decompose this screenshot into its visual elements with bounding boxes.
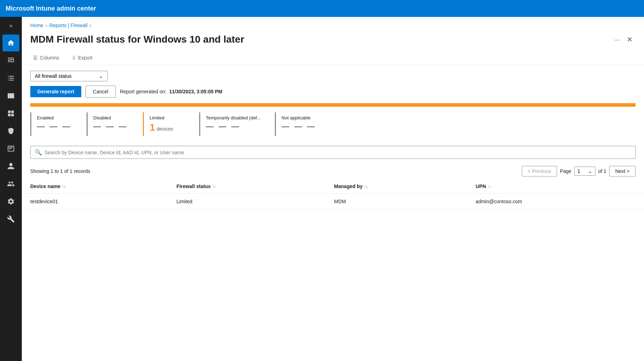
- dropdown-label: All firewall status: [35, 73, 71, 79]
- search-icon: 🔍: [35, 149, 42, 156]
- stat-not-applicable: Not applicable — — —: [275, 112, 331, 136]
- top-bar: Microsoft Intune admin center: [0, 0, 644, 17]
- search-section: 🔍: [22, 142, 644, 163]
- export-label: Export: [78, 55, 92, 61]
- sidebar-item-list[interactable]: [2, 70, 19, 87]
- sidebar-item-groups[interactable]: [2, 175, 19, 192]
- sidebar-item-troubleshoot[interactable]: [2, 211, 19, 228]
- columns-label: Columns: [40, 55, 59, 61]
- stat-enabled-value: — — —: [37, 122, 72, 131]
- toolbar: ☰ Columns ⇩ Export: [22, 51, 644, 65]
- sort-managed-by-icon: ↑↓: [364, 184, 368, 188]
- search-input[interactable]: [45, 150, 631, 155]
- stats-section: Enabled — — — Disabled — — — Limited 1 d…: [22, 107, 644, 142]
- sort-device-name-icon: ↑↓: [62, 184, 66, 188]
- chevron-down-icon: ⌄: [99, 73, 103, 79]
- stat-limited-value: 1 devices: [150, 122, 185, 133]
- sidebar-collapse-button[interactable]: »: [7, 20, 15, 32]
- close-button[interactable]: ✕: [624, 34, 636, 45]
- firewall-status-dropdown[interactable]: All firewall status ⌄: [30, 71, 108, 81]
- report-generated-prefix: Report generated on:: [120, 89, 166, 94]
- content-area: Home › Reports | Firewall › MDM Firewall…: [22, 17, 644, 361]
- stat-limited-label: Limited: [150, 115, 185, 120]
- stat-temp-disabled-label: Temporarily disabled (def...: [206, 115, 261, 120]
- breadcrumb-reports[interactable]: Reports | Firewall: [49, 23, 88, 28]
- data-table: Device name ↑↓ Firewall status ↑↓ Manage…: [22, 179, 644, 210]
- stat-limited-number: 1: [150, 122, 155, 133]
- stat-temp-disabled-value: — — —: [206, 122, 261, 131]
- records-info: Showing 1 to 1 of 1 records: [30, 168, 90, 174]
- sidebar-item-reports[interactable]: [2, 52, 19, 69]
- page-number: 1: [577, 168, 580, 174]
- report-generated-value: 11/30/2023, 3:05:05 PM: [169, 89, 222, 94]
- search-box: 🔍: [30, 146, 636, 159]
- columns-button[interactable]: ☰ Columns: [30, 54, 62, 62]
- generate-report-button[interactable]: Generate report: [30, 86, 81, 97]
- cell-firewall_status: Limited: [168, 194, 326, 210]
- export-button[interactable]: ⇩ Export: [69, 54, 95, 62]
- report-generated-info: Report generated on: 11/30/2023, 3:05:05…: [120, 89, 222, 94]
- table-row: testdevice01LimitedMDMadmin@contoso.com: [22, 194, 644, 210]
- breadcrumb-sep-1: ›: [45, 23, 47, 28]
- stat-disabled-value: — — —: [93, 122, 129, 131]
- cell-upn: admin@contoso.com: [467, 194, 644, 210]
- sidebar-item-devices[interactable]: [2, 87, 19, 104]
- col-upn[interactable]: UPN ↑↓: [467, 179, 644, 194]
- page-select[interactable]: 1 ⌄: [574, 167, 595, 176]
- stat-enabled: Enabled — — —: [30, 112, 87, 136]
- filter-row-dropdown: All firewall status ⌄: [30, 71, 636, 81]
- sidebar: »: [0, 17, 22, 361]
- sidebar-item-policy[interactable]: [2, 140, 19, 157]
- stat-enabled-label: Enabled: [37, 115, 72, 120]
- sidebar-item-users[interactable]: [2, 158, 19, 175]
- page-label: Page: [560, 168, 572, 174]
- sort-firewall-status-icon: ↑↓: [212, 184, 216, 188]
- main-layout: »: [0, 17, 644, 361]
- breadcrumb-home[interactable]: Home: [30, 23, 43, 28]
- pagination: < Previous Page 1 ⌄ of 1 Next >: [522, 166, 636, 176]
- cell-device_name: testdevice01: [22, 194, 168, 210]
- firewall-progress-bar: [30, 103, 636, 107]
- table-header-row: Device name ↑↓ Firewall status ↑↓ Manage…: [22, 179, 644, 194]
- stat-not-applicable-label: Not applicable: [282, 115, 317, 120]
- filter-section: All firewall status ⌄ Generate report Ca…: [22, 65, 644, 103]
- stat-disabled: Disabled — — —: [87, 112, 143, 136]
- col-device-name[interactable]: Device name ↑↓: [22, 179, 168, 194]
- stat-not-applicable-value: — — —: [282, 122, 317, 131]
- page-header: MDM Firewall status for Windows 10 and l…: [22, 31, 644, 51]
- more-options-button[interactable]: ···: [614, 36, 620, 44]
- of-label: of 1: [598, 168, 606, 174]
- records-row: Showing 1 to 1 of 1 records < Previous P…: [22, 163, 644, 179]
- page-title: MDM Firewall status for Windows 10 and l…: [30, 34, 610, 45]
- breadcrumb: Home › Reports | Firewall ›: [22, 17, 644, 31]
- page-select-chevron: ⌄: [588, 168, 592, 174]
- sidebar-item-security[interactable]: [2, 123, 19, 139]
- previous-button[interactable]: < Previous: [522, 166, 557, 176]
- stat-limited: Limited 1 devices: [143, 112, 199, 136]
- stat-disabled-label: Disabled: [93, 115, 129, 120]
- filter-row-actions: Generate report Cancel Report generated …: [30, 86, 636, 98]
- col-firewall-status[interactable]: Firewall status ↑↓: [168, 179, 326, 194]
- cell-managed_by: MDM: [326, 194, 467, 210]
- col-managed-by[interactable]: Managed by ↑↓: [326, 179, 467, 194]
- stat-temp-disabled: Temporarily disabled (def... — — —: [199, 112, 275, 136]
- sidebar-item-apps[interactable]: [2, 105, 19, 122]
- app-title: Microsoft Intune admin center: [6, 5, 96, 12]
- next-button[interactable]: Next >: [609, 166, 636, 176]
- stat-limited-sub: devices: [157, 126, 173, 132]
- breadcrumb-sep-2: ›: [90, 23, 91, 28]
- sort-upn-icon: ↑↓: [487, 184, 491, 188]
- sidebar-item-home[interactable]: [2, 35, 19, 51]
- export-icon: ⇩: [72, 55, 76, 61]
- columns-icon: ☰: [33, 55, 38, 61]
- sidebar-item-tenant-admin[interactable]: [2, 193, 19, 210]
- cancel-button[interactable]: Cancel: [86, 86, 116, 98]
